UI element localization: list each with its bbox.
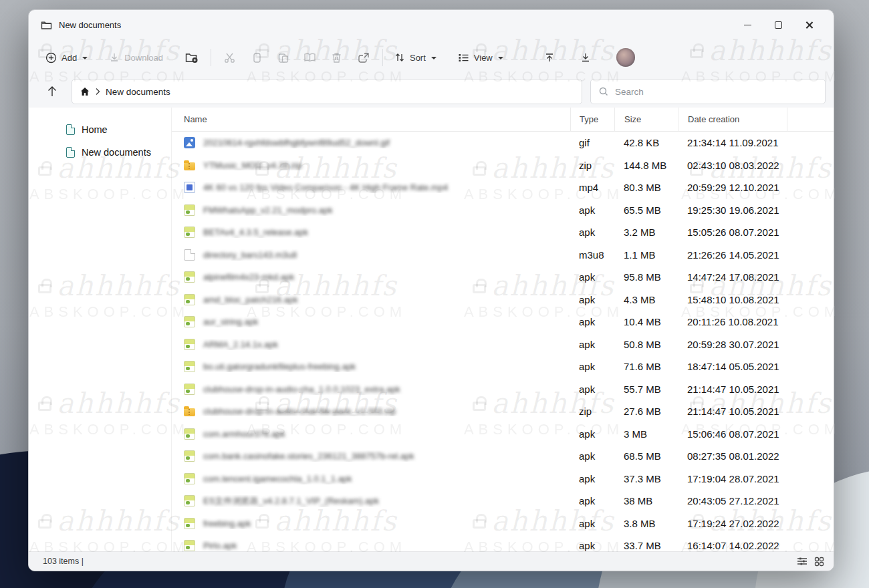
file-name: 20210614-rgxhfdswbfhgbfywnf89ud52_downl.… [203,138,390,148]
maximize-button[interactable] [763,13,793,37]
details-view-icon[interactable] [797,557,808,566]
items-count: 103 items | [43,557,84,566]
file-name: ARMA_2.14.1x.apk [203,339,278,349]
file-date: 15:06:46 08.07.2021 [678,428,787,440]
delete-button[interactable] [324,45,350,69]
table-row[interactable]: freebing.apk apk 3.8 MB 17:19:24 27.02.2… [172,512,834,535]
apk-file-icon [184,473,195,484]
download-icon [109,52,120,63]
table-row[interactable]: 20210614-rgxhfdswbfhgbfywnf89ud52_downl.… [172,132,834,154]
close-icon [805,21,814,29]
zip-file-icon [184,162,195,170]
column-header-filler [787,108,834,131]
upload-button[interactable] [536,45,563,69]
share-button[interactable] [350,45,377,69]
table-row[interactable]: aur_string.apk apk 10.4 MB 20:11:26 10.0… [172,311,834,333]
sort-button-label: Sort [410,53,426,63]
table-row[interactable]: directory_bars143.m3u8 m3u8 1.1 MB 21:26… [172,244,834,267]
toolbar-divider [382,49,383,66]
add-button[interactable]: Add [39,47,94,68]
file-type: apk [570,294,614,305]
search-box[interactable] [590,79,826,104]
cut-button[interactable] [217,45,243,69]
toolbar: Add Download [29,39,834,76]
download-tray-button[interactable] [572,45,599,69]
file-date: 21:14:47 10.05.2021 [678,384,787,395]
table-row[interactable]: amd_bloc_patch216.apk apk 4.3 MB 15:48:1… [172,289,834,311]
user-avatar[interactable] [616,48,635,67]
copy-button[interactable] [243,45,270,69]
grid-view-icon[interactable] [814,557,824,567]
breadcrumb[interactable]: New documents [106,87,170,97]
file-size: 3.2 MB [614,227,678,238]
file-size: 55.7 MB [614,384,678,395]
chevron-down-icon [498,57,503,62]
table-row[interactable]: FMWhatsApp_v2.21_modpro.apk apk 65.5 MB … [172,199,834,222]
table-row[interactable]: com.armhour376.apk apk 3 MB 15:06:46 08.… [172,423,834,446]
table-row[interactable]: BETAv4_4.3.5_release.apk apk 3.2 MB 15:0… [172,221,834,244]
new-folder-button[interactable] [178,45,205,69]
upload-tray-icon [544,52,555,63]
sidebar-item-new-documents[interactable]: New documents [29,141,171,164]
file-size: 95.8 MB [614,271,678,283]
paste-button[interactable] [270,45,297,69]
file-name: BETAv4_4.3.5_release.apk [203,227,308,237]
file-name: alpinefilm4x23-mkd.apk [203,272,295,282]
window-title: New documents [59,20,121,30]
column-header-name[interactable]: Name [172,108,570,131]
rename-button[interactable] [297,45,324,69]
sidebar-item-home[interactable]: Home [29,118,171,141]
file-type: apk [570,339,614,350]
file-name: aur_string.apk [203,317,258,327]
search-input[interactable] [615,87,817,97]
file-size: 27.6 MB [614,406,678,417]
file-type: apk [570,428,614,440]
apk-file-icon [184,361,195,372]
download-button[interactable]: Download [103,47,169,67]
table-row[interactable]: clubhouse-drop-in-audio-chat-file-pack_v… [172,400,834,423]
new-folder-icon [185,52,199,63]
chevron-down-icon [82,57,88,62]
table-row[interactable]: clubhouse-drop-in-audio-cha_1.0.0.1023_e… [172,378,834,401]
file-type: zip [570,160,614,171]
table-row[interactable]: ES文件浏览器_v4.2.8.7.1_VIP_(Reskam).apk apk … [172,490,834,512]
sort-button[interactable]: Sort [388,47,443,67]
minimize-button[interactable] [732,13,763,37]
address-bar[interactable]: New documents [72,79,582,104]
apk-file-icon [184,316,195,327]
file-date: 21:14:47 10.05.2021 [678,406,787,417]
column-header-date[interactable]: Date creation [678,108,787,131]
table-row[interactable]: com.tencent.igamecochla_1.0.1_1.apk apk … [172,468,834,490]
copy-icon [251,52,262,63]
column-header-size[interactable]: Size [614,108,678,131]
file-size: 71.6 MB [614,361,678,372]
file-size: 3 MB [614,428,678,440]
table-row[interactable]: 4K 60 vs 120 fps Video Comparison - 4K H… [172,176,834,199]
file-date: 20:11:26 10.08.2021 [678,316,787,327]
table-row[interactable]: bo.uti.gatorgradunkfileplus-freebing.apk… [172,355,834,378]
share-icon [358,52,370,63]
file-name: com.armhour376.apk [203,429,285,439]
titlebar[interactable]: New documents [29,10,834,39]
file-size: 50.8 MB [614,339,678,350]
view-button[interactable]: View [452,48,509,67]
navigate-up-button[interactable] [41,80,64,103]
download-tray-icon [580,52,591,63]
file-name: directory_bars143.m3u8 [203,250,297,260]
table-row[interactable]: ARMA_2.14.1x.apk apk 50.8 MB 20:59:28 30… [172,333,834,356]
table-row[interactable]: YTMusic_MOD_v4.28.zip zip 144.8 MB 02:43… [172,154,834,177]
trash-icon [332,52,342,63]
plus-circle-icon [45,52,57,63]
chevron-right-icon [95,88,100,96]
table-row[interactable]: com.bank.casinofake.stories_236121_38875… [172,445,834,468]
file-manager-window: New documents Add [28,9,834,571]
column-header-type[interactable]: Type [570,108,614,131]
status-bar: 103 items | [29,551,834,571]
table-row[interactable]: alpinefilm4x23-mkd.apk apk 95.8 MB 14:47… [172,266,834,289]
file-size: 3.8 MB [614,518,678,529]
close-button[interactable] [793,13,824,37]
table-row[interactable]: Pirlo.apk apk 33.7 MB 16:14:07 14.02.202… [172,535,834,551]
search-icon [599,87,608,96]
file-name: clubhouse-drop-in-audio-cha_1.0.0.1023_e… [203,384,400,394]
file-size: 38 MB [614,495,678,506]
